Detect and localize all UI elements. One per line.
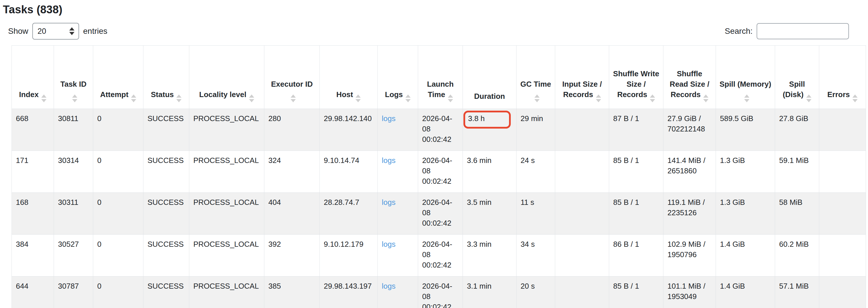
search-label: Search: [725, 27, 753, 36]
cell-task-id: 30314 [54, 151, 93, 193]
logs-link[interactable]: logs [382, 156, 396, 165]
cell-attempt: 0 [93, 109, 144, 151]
table-row: 168 30311 0 SUCCESS PROCESS_LOCAL 404 28… [12, 193, 866, 234]
col-header-spill-disk[interactable]: Spill (Disk) [775, 46, 819, 109]
col-header-shuffle-read-size-records[interactable]: Shuffle Read Size / Records [663, 46, 716, 109]
entries-label: entries [83, 27, 107, 36]
col-header-attempt[interactable]: Attempt [93, 46, 144, 109]
col-header-executor-id[interactable]: Executor ID [264, 46, 320, 109]
cell-spill-disk: 58 MiB [775, 193, 819, 234]
col-header-locality-level[interactable]: Locality level [189, 46, 264, 109]
cell-launch-time: 2026-04-08 00:02:42 [418, 151, 463, 193]
sort-icon [744, 94, 749, 102]
cell-shuffle-write-size-records: 85 B / 1 [609, 151, 663, 193]
col-header-logs[interactable]: Logs [378, 46, 418, 109]
cell-launch-time: 2026-04-08 00:02:42 [418, 193, 463, 234]
sort-icon [448, 94, 453, 102]
logs-link[interactable]: logs [382, 240, 396, 249]
cell-duration: 3.1 min [463, 277, 517, 308]
cell-task-id: 30527 [54, 234, 93, 277]
sort-icon [534, 94, 539, 102]
cell-errors [819, 234, 866, 277]
sort-icon [405, 94, 411, 102]
cell-errors [819, 151, 866, 193]
show-label: Show [8, 27, 28, 36]
cell-launch-time: 2026-04-08 00:02:42 [418, 277, 463, 308]
sort-icon [249, 94, 254, 102]
cell-shuffle-write-size-records: 85 B / 1 [609, 277, 663, 308]
logs-link[interactable]: logs [382, 198, 396, 206]
cell-duration: 3.8 h [463, 109, 517, 151]
cell-logs: logs [378, 151, 418, 193]
col-header-input-size-records[interactable]: Input Size / Records [555, 46, 609, 109]
col-header-launch-time[interactable]: Launch Time [418, 46, 463, 109]
cell-host: 29.98.143.197 [320, 277, 378, 308]
sort-icon [41, 94, 46, 102]
cell-spill-memory: 1.4 GiB [716, 277, 775, 308]
table-controls: Show 20 entries Search: [8, 23, 849, 39]
col-header-shuffle-write-size-records[interactable]: Shuffle Write Size / Records [609, 46, 663, 109]
col-header-spill-memory[interactable]: Spill (Memory) [716, 46, 775, 109]
cell-executor-id: 392 [264, 234, 320, 277]
col-header-task-id[interactable]: Task ID [54, 46, 93, 109]
cell-locality-level: PROCESS_LOCAL [189, 109, 264, 151]
cell-shuffle-read-size-records: 119.1 MiB / 2235126 [663, 193, 716, 234]
col-header-duration[interactable]: Duration [463, 46, 517, 109]
cell-launch-time: 2026-04-08 00:02:42 [418, 234, 463, 277]
cell-logs: logs [378, 193, 418, 234]
sort-icon [290, 94, 296, 102]
cell-task-id: 30787 [54, 277, 93, 308]
cell-duration: 3.6 min [463, 151, 517, 193]
cell-host: 9.10.12.179 [320, 234, 378, 277]
cell-status: SUCCESS [144, 277, 189, 308]
cell-index: 668 [12, 109, 54, 151]
tasks-table: Index Task ID Attempt Status Locality le… [11, 45, 866, 308]
cell-gc-time: 11 s [517, 193, 555, 234]
cell-logs: logs [378, 234, 418, 277]
logs-link[interactable]: logs [382, 114, 396, 123]
search-input[interactable] [756, 23, 849, 39]
cell-executor-id: 385 [264, 277, 320, 308]
header-row: Index Task ID Attempt Status Locality le… [12, 46, 866, 109]
col-header-index[interactable]: Index [12, 46, 54, 109]
cell-spill-disk: 27.8 GiB [775, 109, 819, 151]
sort-icon [703, 94, 708, 102]
cell-shuffle-write-size-records: 85 B / 1 [609, 193, 663, 234]
cell-status: SUCCESS [144, 193, 189, 234]
table-row: 644 30787 0 SUCCESS PROCESS_LOCAL 385 29… [12, 277, 866, 308]
duration-highlight-box: 3.8 h [463, 111, 511, 129]
cell-errors [819, 277, 866, 308]
cell-spill-disk: 59.1 MiB [775, 151, 819, 193]
sort-icon [650, 94, 655, 102]
cell-gc-time: 20 s [517, 277, 555, 308]
cell-shuffle-write-size-records: 87 B / 1 [609, 109, 663, 151]
cell-input-size-records [555, 151, 609, 193]
sort-icon [131, 94, 136, 102]
cell-task-id: 30811 [54, 109, 93, 151]
logs-link[interactable]: logs [382, 282, 396, 290]
cell-logs: logs [378, 277, 418, 308]
col-header-gc-time[interactable]: GC Time [517, 46, 555, 109]
cell-spill-memory: 1.4 GiB [716, 234, 775, 277]
cell-spill-disk: 60.2 MiB [775, 234, 819, 277]
col-header-errors[interactable]: Errors [819, 46, 866, 109]
cell-locality-level: PROCESS_LOCAL [189, 193, 264, 234]
cell-attempt: 0 [93, 277, 144, 308]
col-header-host[interactable]: Host [320, 46, 378, 109]
cell-status: SUCCESS [144, 151, 189, 193]
col-header-status[interactable]: Status [144, 46, 189, 109]
cell-spill-memory: 1.3 GiB [716, 193, 775, 234]
cell-logs: logs [378, 109, 418, 151]
cell-status: SUCCESS [144, 109, 189, 151]
cell-shuffle-read-size-records: 102.9 MiB / 1950796 [663, 234, 716, 277]
sort-icon [176, 94, 182, 102]
cell-errors [819, 193, 866, 234]
page-size-select[interactable]: 20 [32, 23, 79, 39]
cell-host: 9.10.14.74 [320, 151, 378, 193]
sort-icon [72, 94, 78, 102]
cell-shuffle-write-size-records: 86 B / 1 [609, 234, 663, 277]
cell-gc-time: 34 s [517, 234, 555, 277]
sort-icon [806, 94, 811, 102]
cell-input-size-records [555, 234, 609, 277]
sort-icon [596, 94, 601, 102]
